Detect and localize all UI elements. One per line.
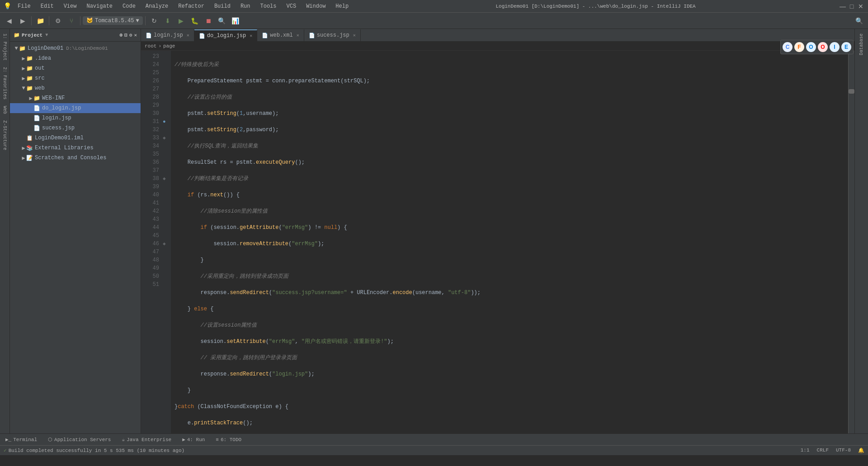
- editor-area: 📄 login.jsp ✕ 📄 do_login.jsp ✕ 📄 web.xml…: [141, 29, 854, 433]
- tab-app-servers[interactable]: ⬡ Application Servers: [44, 436, 114, 443]
- firefox-button[interactable]: F: [794, 42, 804, 52]
- folder-button[interactable]: 📁: [34, 14, 47, 27]
- gutter-25: [163, 69, 171, 77]
- tree-item-scratches[interactable]: ▶ 📝 Scratches and Consoles: [10, 153, 141, 163]
- tree-item-web[interactable]: ▼ 📁 web: [10, 83, 141, 93]
- tree-item-path: D:\LoginDemo01: [66, 46, 108, 51]
- sidebar-item-structure[interactable]: Z-Structure: [2, 118, 7, 153]
- gutter-28: [163, 93, 171, 101]
- servers-icon: ⬡: [48, 437, 52, 442]
- tree-item-login[interactable]: 📄 login.jsp: [10, 113, 141, 123]
- tree-item-out[interactable]: ▶ 📁 out: [10, 63, 141, 73]
- tab-icon: 📄: [146, 33, 152, 38]
- line-num-39: 39: [143, 183, 159, 191]
- tree-item-label: out: [35, 65, 45, 71]
- opera-mini-button[interactable]: O: [818, 42, 828, 52]
- sidebar-item-project[interactable]: 1: Project: [2, 31, 7, 63]
- tree-item-src[interactable]: ▶ 📁 src: [10, 73, 141, 83]
- menu-edit[interactable]: Edit: [37, 2, 57, 10]
- tree-item-webinf[interactable]: ▶ 📁 WEB-INF: [10, 93, 141, 103]
- tab-close-button[interactable]: ✕: [187, 33, 189, 38]
- file-encoding: UTF-8: [836, 447, 851, 453]
- tab-run[interactable]: ▶ 4: Run: [179, 436, 208, 443]
- refresh-button[interactable]: ↻: [148, 14, 160, 27]
- close-button[interactable]: ✕: [857, 3, 864, 10]
- line-num-29: 29: [143, 101, 159, 109]
- tab-close-button[interactable]: ✕: [353, 33, 356, 38]
- sidebar-item-favorites[interactable]: 2: Favorites: [2, 64, 7, 102]
- tab-webxml[interactable]: 📄 web.xml ✕: [257, 29, 304, 41]
- menu-tools[interactable]: Tools: [257, 2, 280, 10]
- tree-item-do-login[interactable]: 📄 do_login.jsp: [10, 103, 141, 113]
- app-icon: 💡: [4, 2, 11, 10]
- tab-terminal[interactable]: ▶_ Terminal: [2, 436, 41, 443]
- line-num-23: 23: [143, 52, 159, 61]
- scratches-icon: 📝: [26, 155, 33, 162]
- menu-run[interactable]: Run: [237, 2, 254, 10]
- tab-todo[interactable]: ≡ 6: TODO: [212, 436, 245, 443]
- opera-button[interactable]: O: [806, 42, 816, 52]
- tree-item-ext-libs[interactable]: ▶ 📚 External Libraries: [10, 143, 141, 153]
- build-button[interactable]: ⬇: [161, 14, 174, 27]
- back-button[interactable]: ◀: [3, 14, 15, 27]
- line-num-27: 27: [143, 85, 159, 93]
- settings-button[interactable]: ⚙: [52, 14, 64, 27]
- line-ending: CRLF: [817, 447, 829, 453]
- gutter-37: [163, 166, 171, 175]
- menu-build[interactable]: Build: [211, 2, 234, 10]
- tree-item-idea[interactable]: ▶ 📁 .idea: [10, 53, 141, 63]
- line-num-44: 44: [143, 223, 159, 232]
- run-button[interactable]: ▶: [175, 14, 188, 27]
- gutter-27: [163, 85, 171, 93]
- add-content-root-button[interactable]: ⊕: [120, 32, 123, 38]
- sidebar-item-web[interactable]: Web: [2, 103, 7, 117]
- dropdown-icon: ▼: [45, 33, 48, 38]
- tree-item-sucess[interactable]: 📄 sucess.jsp: [10, 123, 141, 133]
- stop-button[interactable]: ⏹: [202, 14, 215, 27]
- breadcrumb-root[interactable]: root: [145, 43, 156, 49]
- menu-help[interactable]: Help: [332, 2, 352, 10]
- gutter-41: [163, 199, 171, 207]
- tree-item-root[interactable]: ▼ 📁 LoginDemo01 D:\LoginDemo01: [10, 43, 141, 53]
- menu-window[interactable]: Window: [302, 2, 329, 10]
- maximize-button[interactable]: □: [848, 3, 855, 10]
- hide-panel-button[interactable]: ✕: [134, 32, 137, 38]
- tab-sucess[interactable]: 📄 sucess.jsp ✕: [304, 29, 361, 41]
- forward-button[interactable]: ▶: [16, 14, 29, 27]
- git-button[interactable]: ⑂: [65, 14, 78, 27]
- menu-navigate[interactable]: Navigate: [83, 2, 116, 10]
- debug-button[interactable]: 🐛: [189, 14, 201, 27]
- database-tab[interactable]: Database: [859, 31, 864, 58]
- run-config-selector[interactable]: 🐱 Tomcat8.5.45 ▼: [83, 16, 143, 25]
- vertical-scrollbar[interactable]: [848, 51, 854, 433]
- code-content[interactable]: //特殊接收后为采 PreparedStatement pstmt = conn…: [171, 51, 848, 433]
- gear-icon[interactable]: ⚙: [129, 32, 132, 38]
- scrollbar-thumb[interactable]: [849, 89, 854, 94]
- profiler-button[interactable]: 📊: [229, 14, 242, 27]
- gutter-40: [163, 191, 171, 199]
- tab-close-button[interactable]: ✕: [297, 33, 299, 38]
- collapse-all-button[interactable]: ⊟: [124, 32, 127, 38]
- tree-item-iml[interactable]: 📋 LoginDemo01.iml: [10, 133, 141, 143]
- tab-login[interactable]: 📄 login.jsp ✕: [141, 29, 194, 41]
- minimize-button[interactable]: —: [839, 3, 846, 10]
- gutter-39: [163, 183, 171, 191]
- search-everywhere-button[interactable]: 🔍: [853, 14, 865, 27]
- tab-java-enterprise[interactable]: ☕ Java Enterprise: [118, 436, 175, 443]
- gutter-30: [163, 109, 171, 118]
- chrome-button[interactable]: C: [783, 42, 793, 52]
- breadcrumb-page[interactable]: page: [163, 43, 175, 49]
- edge-button[interactable]: E: [841, 42, 851, 52]
- line-num-25: 25: [143, 69, 159, 77]
- coverage-button[interactable]: 🔍: [216, 14, 228, 27]
- menu-analyze[interactable]: Analyze: [142, 2, 172, 10]
- tab-close-button[interactable]: ✕: [250, 33, 252, 38]
- menu-view[interactable]: View: [60, 2, 80, 10]
- menu-vcs[interactable]: VCS: [283, 2, 300, 10]
- menu-code[interactable]: Code: [119, 2, 139, 10]
- tab-do-login[interactable]: 📄 do_login.jsp ✕: [194, 29, 257, 41]
- line-num-50: 50: [143, 272, 159, 281]
- menu-file[interactable]: File: [14, 2, 34, 10]
- ie-button[interactable]: I: [830, 42, 840, 52]
- menu-refactor[interactable]: Refactor: [175, 2, 208, 10]
